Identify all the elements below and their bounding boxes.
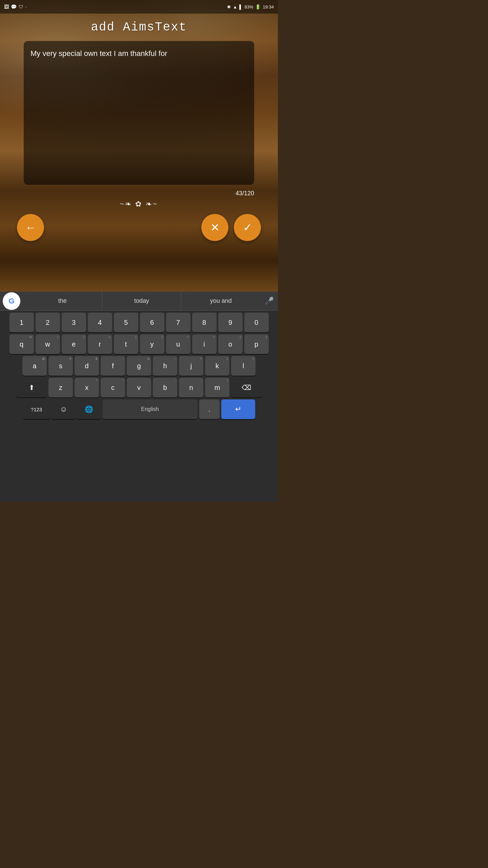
dot-icon: · [25, 4, 27, 9]
key-o[interactable]: o{ [218, 334, 243, 354]
back-button[interactable]: ← [17, 214, 44, 241]
whatsapp-icon: 💬 [11, 4, 17, 9]
key-m[interactable]: m! [205, 378, 229, 397]
key-p[interactable]: p} [244, 334, 269, 354]
bottom-row: ?123 ☺ 🌐 English . ↵ [1, 399, 277, 419]
key-x[interactable]: x* [75, 378, 99, 397]
key-8[interactable]: 8 [192, 313, 217, 332]
key-a[interactable]: a@ [22, 356, 47, 376]
suggestions-bar: G the today you and 🎤 [0, 292, 278, 311]
asdf-row: a@ s# d$ f- g& h- j+ k( l) [1, 356, 277, 376]
sym-key[interactable]: ?123 [23, 399, 50, 419]
bluetooth-icon: ✱ [227, 4, 231, 9]
key-g[interactable]: g& [127, 356, 151, 376]
key-s[interactable]: s# [48, 356, 73, 376]
key-3[interactable]: 3 [62, 313, 86, 332]
key-j[interactable]: j+ [179, 356, 203, 376]
signal-icon: ▌ [239, 4, 242, 9]
google-logo: G [3, 292, 20, 310]
key-y[interactable]: y] [140, 334, 164, 354]
key-v[interactable]: v [127, 378, 151, 397]
key-c[interactable]: c" [101, 378, 125, 397]
decorative-divider: ~❧ ✿ ❧~ [17, 200, 261, 209]
status-icons: 🖼 💬 🛡 · [4, 4, 27, 9]
main-content: add AimsText My very special own text I … [0, 14, 278, 292]
status-right: ✱ ▲ ▌ 83% 🔋 19:34 [227, 4, 274, 9]
key-0[interactable]: 0 [244, 313, 269, 332]
key-w[interactable]: w\ [36, 334, 60, 354]
suggestion-2[interactable]: today [102, 292, 182, 310]
key-5[interactable]: 5 [114, 313, 138, 332]
key-rows: 1 2 3 4 5 6 7 8 9 0 q% w\ e| r= t[ y] u<… [0, 311, 278, 421]
key-e[interactable]: e| [62, 334, 86, 354]
globe-key[interactable]: 🌐 [77, 399, 101, 419]
status-bar: 🖼 💬 🛡 · ✱ ▲ ▌ 83% 🔋 19:34 [0, 0, 278, 14]
key-z[interactable]: z [48, 378, 73, 397]
gallery-icon: 🖼 [4, 4, 9, 9]
keyboard: G the today you and 🎤 1 2 3 4 5 6 7 8 9 … [0, 292, 278, 502]
emoji-key[interactable]: ☺ [52, 399, 76, 419]
battery-percent: 83% [244, 4, 253, 9]
enter-key[interactable]: ↵ [221, 399, 255, 419]
confirm-button[interactable]: ✓ [234, 214, 261, 241]
text-input-container: My very special own text I am thankful f… [24, 41, 254, 185]
key-k[interactable]: k( [205, 356, 229, 376]
key-i[interactable]: i> [192, 334, 217, 354]
key-t[interactable]: t[ [114, 334, 138, 354]
number-row: 1 2 3 4 5 6 7 8 9 0 [1, 313, 277, 332]
aims-text-input[interactable]: My very special own text I am thankful f… [30, 48, 247, 177]
key-7[interactable]: 7 [166, 313, 190, 332]
wifi-icon: ▲ [233, 4, 237, 9]
key-9[interactable]: 9 [218, 313, 243, 332]
suggestion-1[interactable]: the [23, 292, 102, 310]
cancel-button[interactable]: ✕ [201, 214, 228, 241]
page-title: add AimsText [91, 20, 187, 34]
key-h[interactable]: h- [153, 356, 177, 376]
clock: 19:34 [263, 4, 274, 9]
key-b[interactable]: b: [153, 378, 177, 397]
key-2[interactable]: 2 [36, 313, 60, 332]
char-count: 43/120 [236, 190, 254, 197]
key-6[interactable]: 6 [140, 313, 164, 332]
key-u[interactable]: u< [166, 334, 190, 354]
battery-icon: 🔋 [255, 4, 261, 9]
period-key[interactable]: . [199, 399, 220, 419]
key-d[interactable]: d$ [75, 356, 99, 376]
delete-key[interactable]: ⌫ [231, 378, 262, 397]
key-f[interactable]: f- [101, 356, 125, 376]
key-n[interactable]: n; [179, 378, 203, 397]
right-buttons: ✕ ✓ [201, 214, 261, 241]
suggestion-3[interactable]: you and [181, 292, 260, 310]
qwerty-row: q% w\ e| r= t[ y] u< i> o{ p} [1, 334, 277, 354]
action-buttons: ← ✕ ✓ [17, 214, 261, 241]
shield-icon: 🛡 [19, 4, 23, 9]
key-1[interactable]: 1 [9, 313, 34, 332]
key-r[interactable]: r= [88, 334, 112, 354]
key-4[interactable]: 4 [88, 313, 112, 332]
key-l[interactable]: l) [231, 356, 256, 376]
zxcv-row: ⬆ z x* c" v b: n; m! ⌫ [1, 378, 277, 397]
mic-button[interactable]: 🎤 [260, 292, 278, 310]
shift-key[interactable]: ⬆ [16, 378, 47, 397]
key-q[interactable]: q% [9, 334, 34, 354]
space-key[interactable]: English [103, 399, 198, 419]
